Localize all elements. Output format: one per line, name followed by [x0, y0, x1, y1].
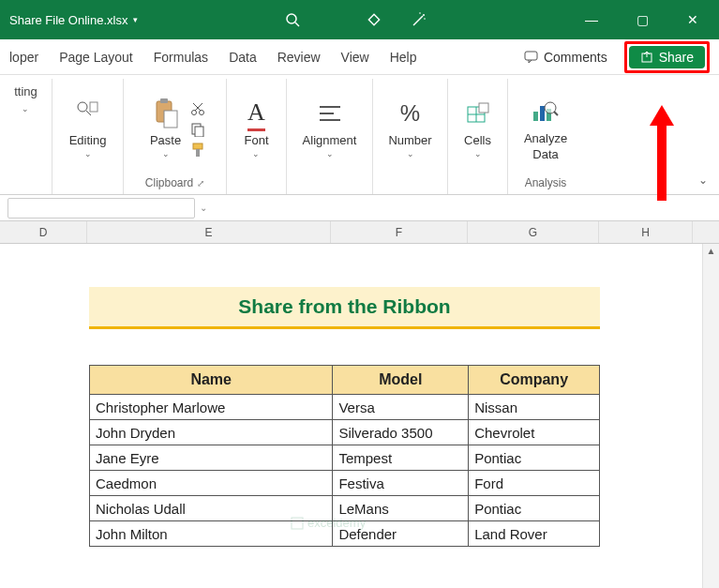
ribbon-collapse-icon[interactable]: ⌄: [698, 173, 708, 187]
col-header-e[interactable]: E: [87, 221, 331, 243]
percent-icon: %: [400, 96, 420, 131]
svg-line-34: [554, 112, 558, 115]
cell-company[interactable]: Land Rover: [469, 521, 600, 547]
header-company[interactable]: Company: [469, 366, 600, 395]
analyze-icon: [532, 94, 560, 129]
chevron-down-icon: ⌄: [162, 149, 170, 158]
spreadsheet-grid[interactable]: Share from the Ribbon Name Model Company…: [0, 244, 719, 588]
cut-icon[interactable]: [190, 101, 205, 116]
filename-display[interactable]: Share File Online.xlsx ▾: [9, 13, 138, 27]
tab-help[interactable]: Help: [390, 50, 417, 65]
table-row: Jane Eyre Tempest Pontiac: [90, 445, 600, 471]
cell-company[interactable]: Pontiac: [469, 496, 600, 521]
svg-rect-31: [540, 106, 545, 121]
cell-name[interactable]: Christopher Marlowe: [90, 395, 333, 420]
tab-developer[interactable]: loper: [9, 50, 38, 65]
editing-dropdown[interactable]: Editing ⌄: [64, 94, 112, 160]
share-highlight-box: Share: [624, 41, 710, 73]
share-button[interactable]: Share: [629, 46, 705, 68]
sheet-title-cell[interactable]: Share from the Ribbon: [89, 287, 600, 329]
title-bar: Share File Online.xlsx ▾ — ▢ ✕: [0, 0, 719, 39]
font-dropdown[interactable]: A Font ⌄: [238, 94, 274, 160]
font-label: Font: [244, 133, 268, 147]
svg-line-17: [193, 103, 201, 111]
cell-name[interactable]: John Dryden: [90, 420, 333, 445]
table-header-row: Name Model Company: [90, 366, 600, 395]
vertical-scrollbar[interactable]: ▲: [702, 244, 719, 588]
cell-name[interactable]: Jane Eyre: [90, 445, 333, 471]
chevron-down-icon: ⌄: [252, 149, 260, 158]
analyze-label-1: Analyze: [524, 131, 567, 145]
col-header-h[interactable]: H: [599, 221, 693, 243]
conditional-formatting-partial[interactable]: tting: [14, 84, 37, 98]
cells-dropdown[interactable]: Cells ⌄: [458, 94, 497, 160]
comments-button[interactable]: Comments: [517, 46, 615, 68]
header-model[interactable]: Model: [333, 366, 469, 395]
col-header-f[interactable]: F: [331, 221, 468, 243]
paste-button[interactable]: Paste ⌄: [144, 94, 187, 160]
tab-data[interactable]: Data: [229, 50, 257, 65]
tab-view[interactable]: View: [341, 50, 369, 65]
watermark: exceldemy: [291, 516, 366, 530]
svg-point-9: [78, 102, 87, 112]
wand-icon[interactable]: [411, 11, 427, 28]
scroll-up-icon[interactable]: ▲: [703, 244, 719, 258]
svg-rect-22: [196, 149, 200, 157]
annotation-arrow: [650, 105, 674, 201]
col-header-d[interactable]: D: [0, 221, 87, 243]
svg-point-16: [200, 110, 204, 114]
cell-company[interactable]: Nissan: [469, 395, 600, 420]
dialog-launcher-icon[interactable]: ⤢: [197, 178, 204, 188]
copy-icon[interactable]: [190, 122, 205, 137]
sheet-title-text: Share from the Ribbon: [89, 295, 600, 318]
clipboard-icon: [153, 96, 179, 131]
cell-company[interactable]: Chevrolet: [469, 420, 600, 445]
analyze-data-button[interactable]: Analyze Data: [518, 92, 573, 163]
editing-icon: [76, 96, 100, 131]
ribbon-toolbar: tting ⌄ Editing ⌄ Paste ⌄: [0, 75, 719, 195]
col-header-g[interactable]: G: [468, 221, 599, 243]
watermark-text: exceldemy: [307, 516, 366, 530]
cells-label: Cells: [464, 133, 491, 147]
chevron-down-icon: ⌄: [84, 149, 92, 158]
cell-model[interactable]: Tempest: [333, 445, 469, 471]
cell-model[interactable]: Silverado 3500: [333, 420, 469, 445]
font-icon: A: [247, 96, 265, 131]
comment-icon: [524, 51, 538, 64]
diamond-icon[interactable]: [366, 11, 382, 28]
clipboard-group-label: Clipboard: [145, 176, 193, 189]
close-button[interactable]: ✕: [676, 12, 710, 27]
search-icon[interactable]: [285, 12, 300, 27]
tab-review[interactable]: Review: [277, 50, 321, 65]
cell-name[interactable]: Caedmon: [90, 471, 333, 496]
svg-rect-14: [164, 111, 177, 128]
cell-company[interactable]: Pontiac: [469, 445, 600, 471]
minimize-button[interactable]: —: [575, 12, 608, 27]
chevron-down-icon[interactable]: ⌄: [200, 203, 207, 213]
tab-formulas[interactable]: Formulas: [154, 50, 208, 65]
cell-model[interactable]: Versa: [333, 395, 469, 420]
alignment-dropdown[interactable]: Alignment ⌄: [297, 94, 363, 160]
cell-company[interactable]: Ford: [469, 471, 600, 496]
svg-point-4: [423, 14, 425, 16]
maximize-button[interactable]: ▢: [625, 12, 659, 27]
format-painter-icon[interactable]: [190, 143, 205, 158]
tab-page-layout[interactable]: Page Layout: [59, 50, 133, 65]
chevron-down-icon: ⌄: [407, 149, 414, 158]
number-dropdown[interactable]: % Number ⌄: [382, 94, 437, 160]
svg-point-6: [424, 18, 426, 20]
number-label: Number: [388, 133, 431, 147]
header-name[interactable]: Name: [90, 366, 333, 395]
cells-icon: [466, 96, 490, 131]
svg-rect-20: [195, 127, 203, 137]
analyze-label-2: Data: [532, 147, 558, 161]
svg-rect-7: [525, 52, 537, 60]
formula-input[interactable]: ⌄: [7, 198, 195, 219]
column-headers: D E F G H: [0, 221, 719, 244]
cell-model[interactable]: Festiva: [333, 471, 469, 496]
table-row: John Dryden Silverado 3500 Chevrolet: [90, 420, 600, 445]
share-icon: [640, 51, 653, 64]
svg-point-0: [287, 14, 296, 23]
svg-rect-21: [193, 143, 202, 149]
svg-point-5: [419, 12, 421, 14]
